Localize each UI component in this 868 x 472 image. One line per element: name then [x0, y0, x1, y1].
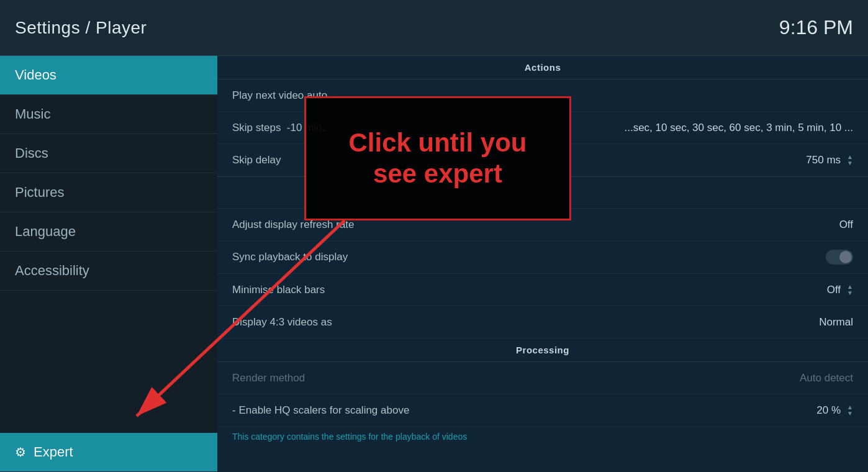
setting-label-minimise-bars: Minimise black bars — [232, 284, 827, 296]
clock: 9:16 PM — [779, 16, 853, 39]
setting-row-hq-scalers[interactable]: - Enable HQ scalers for scaling above 20… — [217, 394, 868, 427]
setting-row-render-method[interactable]: Render method Auto detect — [217, 362, 868, 394]
gear-icon: ⚙ — [15, 445, 26, 460]
chevron-icon-minimise-bars: ▲▼ — [847, 284, 853, 296]
sidebar-spacer — [0, 291, 217, 433]
sidebar-label-discs: Discs — [15, 145, 48, 161]
setting-label-sync-playback: Sync playback to display — [232, 251, 826, 263]
sidebar-label-expert: Expert — [34, 444, 73, 460]
sidebar-label-accessibility: Accessibility — [15, 263, 89, 279]
sidebar-item-language[interactable]: Language — [0, 212, 217, 252]
setting-value-hq-scalers: 20 % ▲▼ — [816, 404, 853, 417]
setting-row-display-43[interactable]: Display 4:3 videos as Normal — [217, 306, 868, 338]
sidebar-label-music: Music — [15, 106, 50, 122]
sidebar-item-videos[interactable]: Videos — [0, 56, 217, 95]
sidebar-label-videos: Videos — [15, 67, 57, 83]
chevron-icon-skip-delay: ▲▼ — [847, 154, 853, 166]
chevron-icon-hq-scalers: ▲▼ — [847, 404, 853, 417]
section-divider-label — [232, 188, 235, 197]
setting-value-display-43: Normal — [819, 316, 853, 329]
setting-value-adjust-display: Off — [839, 219, 853, 231]
setting-value-minimise-bars: Off ▲▼ — [827, 284, 853, 296]
sidebar-item-accessibility[interactable]: Accessibility — [0, 252, 217, 291]
setting-value-skip-delay: 750 ms ▲▼ — [806, 154, 853, 166]
app-header: Settings / Player 9:16 PM — [0, 0, 868, 56]
setting-label-display-43: Display 4:3 videos as — [232, 316, 819, 329]
tooltip-text: Click until yousee expert — [348, 127, 527, 190]
sidebar: Videos Music Discs Pictures Language Acc… — [0, 56, 217, 472]
setting-value-render-method: Auto detect — [800, 372, 853, 384]
sidebar-item-music[interactable]: Music — [0, 95, 217, 134]
setting-label-hq-scalers: - Enable HQ scalers for scaling above — [232, 404, 816, 417]
setting-row-sync-playback[interactable]: Sync playback to display — [217, 241, 868, 274]
annotation-tooltip: Click until yousee expert — [304, 96, 571, 220]
setting-label-render-method: Render method — [232, 372, 800, 384]
section-header-actions: Actions — [217, 56, 868, 79]
setting-value-skip-steps: ...sec, 10 sec, 30 sec, 60 sec, 3 min, 5… — [624, 122, 853, 134]
sidebar-item-discs[interactable]: Discs — [0, 134, 217, 173]
sidebar-label-pictures: Pictures — [15, 184, 64, 201]
sidebar-item-expert[interactable]: ⚙ Expert — [0, 433, 217, 472]
toggle-sync-playback[interactable] — [826, 250, 853, 265]
status-hint: This category contains the settings for … — [217, 427, 868, 447]
page-title: Settings / Player — [15, 18, 147, 38]
setting-row-minimise-bars[interactable]: Minimise black bars Off ▲▼ — [217, 274, 868, 306]
sidebar-label-language: Language — [15, 224, 76, 240]
setting-value-sync-playback — [826, 250, 853, 265]
section-header-processing: Processing — [217, 338, 868, 362]
sidebar-item-pictures[interactable]: Pictures — [0, 173, 217, 212]
